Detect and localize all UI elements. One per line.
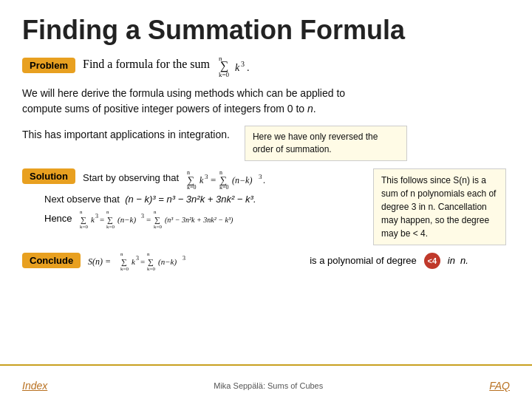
problem-sum-svg: n ∑ k=0 k 3 . bbox=[219, 53, 278, 77]
reversed-order-tooltip: Here we have only reversed the order of … bbox=[245, 126, 407, 161]
svg-text:k: k bbox=[235, 62, 240, 73]
problem-row: Problem Find a formula for the sum n ∑ k… bbox=[22, 53, 510, 77]
svg-text:3: 3 bbox=[141, 213, 144, 219]
svg-text:k: k bbox=[200, 175, 204, 185]
conclude-row: Conclude S(n) = n ∑ k=0 k 3 = n ∑ k=0 (n… bbox=[22, 250, 510, 272]
svg-text:k=0: k=0 bbox=[147, 266, 155, 272]
svg-text:(n−k): (n−k) bbox=[232, 175, 252, 185]
svg-text:k=0: k=0 bbox=[219, 71, 230, 77]
hence-label: Hence bbox=[22, 213, 72, 224]
hence-row: Hence n ∑ k=0 k 3 = n ∑ k=0 (n−k) 3 = bbox=[22, 208, 366, 230]
svg-text:n: n bbox=[106, 209, 109, 215]
svg-text:3: 3 bbox=[136, 255, 139, 262]
svg-text:k=0: k=0 bbox=[80, 224, 88, 230]
applications-text: This has important applications in integ… bbox=[22, 126, 230, 140]
svg-text:=: = bbox=[100, 215, 104, 224]
svg-text:n: n bbox=[154, 209, 157, 215]
svg-text:n: n bbox=[147, 251, 150, 257]
description: We will here derive the formula using me… bbox=[22, 86, 510, 117]
solution-row: Solution Start by observing that n ∑ k=0… bbox=[22, 168, 366, 189]
solution-badge: Solution bbox=[22, 168, 75, 184]
footer: Index Mika Seppälä: Sums of Cubes FAQ bbox=[0, 380, 532, 392]
bottom-bar bbox=[0, 364, 532, 366]
svg-text:k=0: k=0 bbox=[219, 184, 229, 189]
svg-text:3: 3 bbox=[205, 173, 208, 180]
svg-text:=: = bbox=[140, 257, 145, 266]
mid-section: Solution Start by observing that n ∑ k=0… bbox=[22, 168, 510, 245]
solution-formula-svg: n ∑ k=0 k 3 = n ∑ k=0 (n−k) 3 . bbox=[187, 168, 335, 189]
problem-formula: Find a formula for the sum n ∑ k=0 k 3 . bbox=[83, 53, 278, 77]
faq-link[interactable]: FAQ bbox=[489, 380, 510, 392]
next-observe: Next observe that (n − k)³ = n³ − 3n²k +… bbox=[22, 194, 366, 205]
svg-text:k=0: k=0 bbox=[106, 224, 115, 230]
this-follows-box: This follows since S(n) is a sum of n po… bbox=[373, 168, 506, 245]
svg-text:(n−k): (n−k) bbox=[158, 257, 177, 267]
conclude-suffix: in n. bbox=[448, 255, 468, 266]
footer-center-text: Mika Seppälä: Sums of Cubes bbox=[214, 381, 323, 390]
svg-text:3: 3 bbox=[95, 213, 98, 219]
problem-badge: Problem bbox=[22, 58, 75, 73]
applications-row: This has important applications in integ… bbox=[22, 126, 510, 161]
svg-text:n: n bbox=[120, 251, 123, 257]
svg-text:3: 3 bbox=[241, 60, 245, 68]
svg-text:k=0: k=0 bbox=[120, 266, 129, 272]
svg-text:n: n bbox=[80, 209, 83, 215]
svg-text:(n³ − 3n²k + 3nk² − k³): (n³ − 3n²k + 3nk² − k³) bbox=[165, 216, 233, 225]
mid-right: This follows since S(n) is a sum of n po… bbox=[373, 168, 510, 245]
degree-badge: <4 bbox=[424, 253, 440, 269]
hence-formula-svg: n ∑ k=0 k 3 = n ∑ k=0 (n−k) 3 = n ∑ k= bbox=[80, 208, 316, 230]
conclude-formula-svg: S(n) = n ∑ k=0 k 3 = n ∑ k=0 (n−k) 3 bbox=[88, 250, 302, 272]
svg-text:=: = bbox=[211, 174, 216, 185]
svg-text:(n−k): (n−k) bbox=[117, 215, 136, 225]
svg-text:.: . bbox=[263, 175, 265, 185]
svg-text:S(n) =: S(n) = bbox=[88, 256, 111, 267]
solution-text: Start by observing that n ∑ k=0 k 3 = n … bbox=[83, 168, 335, 189]
conclude-badge: Conclude bbox=[22, 253, 81, 268]
svg-text:3: 3 bbox=[259, 173, 262, 180]
page-title: Finding a Summation Formula bbox=[22, 15, 510, 46]
svg-text:k=0: k=0 bbox=[154, 224, 162, 230]
polynomial-text: is a polynomial of degree bbox=[310, 255, 417, 266]
svg-text:.: . bbox=[247, 62, 250, 73]
mid-left: Solution Start by observing that n ∑ k=0… bbox=[22, 168, 366, 245]
page: Finding a Summation Formula Problem Find… bbox=[0, 0, 532, 399]
svg-text:=: = bbox=[146, 215, 151, 224]
svg-text:k=0: k=0 bbox=[187, 184, 197, 189]
svg-text:3: 3 bbox=[183, 255, 185, 262]
index-link[interactable]: Index bbox=[22, 380, 47, 392]
